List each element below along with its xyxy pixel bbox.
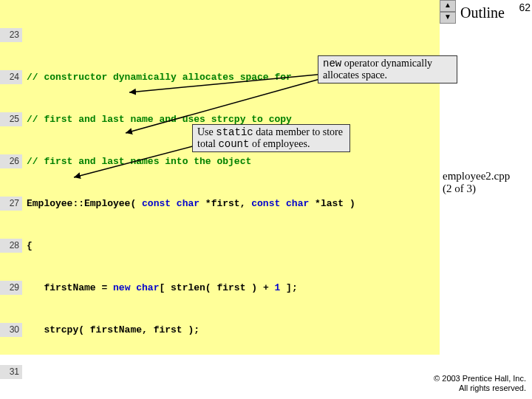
nav-down-button[interactable]: ▼	[440, 12, 456, 24]
annotation-new-operator: new operator dynamically allocates space…	[318, 55, 457, 83]
outline-title: Outline	[460, 4, 505, 21]
gutter-24: 24	[0, 70, 22, 84]
gutter-23: 23	[0, 28, 22, 42]
gutter-28: 28	[0, 239, 22, 253]
gutter-29: 29	[0, 281, 22, 295]
nav-up-button[interactable]: ▲	[440, 0, 456, 12]
gutter-26: 26	[0, 154, 22, 168]
gutter-25: 25	[0, 112, 22, 126]
gutter-30: 30	[0, 323, 22, 337]
copyright: © 2003 Prentice Hall, Inc. All rights re…	[434, 374, 526, 393]
code-area: 23 24// constructor dynamically allocate…	[0, 0, 440, 355]
gutter-31: 31	[0, 365, 22, 379]
side-filename: employee2.cpp (2 of 3)	[443, 170, 531, 195]
annotation-static-count: Use static data member to store total co…	[192, 124, 350, 152]
page-number: 62	[519, 1, 531, 13]
gutter-27: 27	[0, 197, 22, 211]
